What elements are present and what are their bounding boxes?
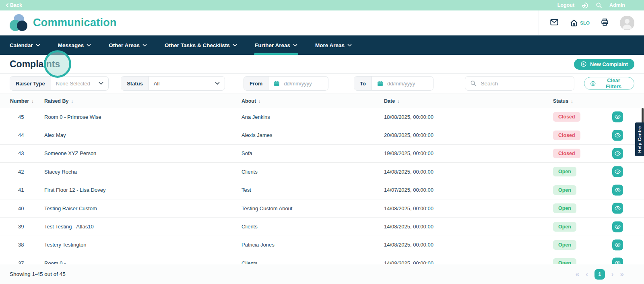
search-field[interactable] bbox=[465, 76, 574, 91]
cell-number: 42 bbox=[0, 169, 44, 175]
cell-date: 14/08/2025, 00:00:00 bbox=[384, 169, 553, 175]
apps-grid-icon[interactable] bbox=[632, 2, 638, 8]
sort-arrow-icon: ↓ bbox=[397, 99, 400, 104]
date-from-field[interactable]: From dd/mm/yyyy bbox=[244, 76, 328, 91]
logout-link[interactable]: Logout bbox=[557, 2, 574, 8]
pagination: « ‹ 1 › » bbox=[576, 269, 624, 280]
column-header-status[interactable]: Status↓ bbox=[553, 98, 644, 104]
nav-item-other-tasks-checklists[interactable]: Other Tasks & Checklists bbox=[165, 35, 237, 55]
column-header-raised-by[interactable]: Raised By↓ bbox=[44, 98, 242, 104]
nav-item-label: Messages bbox=[58, 42, 84, 48]
pagination-last-button[interactable]: » bbox=[620, 271, 624, 278]
user-avatar[interactable] bbox=[620, 16, 634, 30]
view-complaint-button[interactable] bbox=[612, 239, 623, 250]
status-select[interactable]: Status All bbox=[121, 76, 225, 91]
chevron-down-icon bbox=[233, 44, 237, 47]
status-badge: Closed bbox=[553, 149, 580, 158]
search-icon[interactable] bbox=[596, 2, 602, 8]
raiser-type-select[interactable]: Raiser Type None Selected bbox=[10, 76, 109, 91]
eye-icon bbox=[614, 114, 621, 120]
column-header-number[interactable]: Number↓ bbox=[0, 98, 44, 104]
cell-number: 40 bbox=[0, 205, 44, 211]
chevron-down-icon bbox=[99, 82, 103, 85]
view-complaint-button[interactable] bbox=[612, 203, 623, 214]
nav-item-label: Calendar bbox=[10, 42, 33, 48]
slo-label: SLO bbox=[580, 21, 590, 25]
table-row[interactable]: 40 Testing Raiser Custom Testing Custom … bbox=[0, 199, 644, 218]
nav-item-calendar[interactable]: Calendar bbox=[10, 35, 40, 55]
main-nav: Calendar Messages Other Areas Other Task… bbox=[0, 35, 644, 55]
app-logo-icon bbox=[10, 14, 28, 32]
table-row[interactable]: 43 Someone XYZ Person Sofa 19/08/2025, 0… bbox=[0, 145, 644, 163]
cell-date: 14/08/2025, 00:00:00 bbox=[384, 242, 553, 248]
table-row[interactable]: 45 Room 0 - Primrose Wise Ana Jenkins 18… bbox=[0, 108, 644, 126]
nav-item-label: Further Areas bbox=[255, 42, 290, 48]
search-input[interactable] bbox=[481, 81, 569, 87]
eye-icon bbox=[614, 150, 621, 157]
cell-about: Test bbox=[242, 187, 384, 193]
cell-date: 14/08/2025, 00:00:00 bbox=[384, 224, 553, 230]
chevron-down-icon bbox=[215, 82, 220, 85]
cell-raised-by: Testing Raiser Custom bbox=[44, 205, 242, 211]
column-header-date[interactable]: Date↓ bbox=[384, 98, 553, 104]
pagination-current-page[interactable]: 1 bbox=[594, 269, 605, 280]
view-complaint-button[interactable] bbox=[612, 130, 623, 141]
eye-icon bbox=[614, 223, 621, 230]
table-row[interactable]: 42 Stacey Rocha Clients 14/08/2025, 00:0… bbox=[0, 163, 644, 181]
results-summary: Showing 1-45 out of 45 bbox=[10, 271, 66, 277]
help-centre-tab[interactable]: Help Centre bbox=[635, 122, 644, 156]
calendar-icon bbox=[273, 80, 280, 87]
top-utility-bar: Back Logout Admin bbox=[0, 0, 644, 10]
chevron-down-icon bbox=[347, 44, 352, 47]
sort-arrow-icon: ↓ bbox=[71, 99, 73, 104]
pagination-next-button[interactable]: › bbox=[611, 271, 614, 278]
clear-filters-button[interactable]: Clear Filters bbox=[584, 77, 634, 90]
home-icon bbox=[570, 19, 578, 27]
nav-item-further-areas[interactable]: Further Areas bbox=[255, 35, 297, 55]
new-complaint-button[interactable]: New Complaint bbox=[574, 59, 634, 70]
back-button[interactable]: Back bbox=[6, 2, 22, 8]
status-label: Status bbox=[121, 77, 149, 90]
pagination-first-button[interactable]: « bbox=[576, 271, 579, 278]
column-header-about[interactable]: About↓ bbox=[242, 98, 384, 104]
nav-item-more-areas[interactable]: More Areas bbox=[315, 35, 352, 55]
eye-icon bbox=[614, 260, 621, 264]
logout-icon[interactable] bbox=[582, 2, 588, 9]
status-badge: Open bbox=[553, 240, 576, 250]
status-badge: Closed bbox=[553, 131, 580, 140]
cell-about: Alexis James bbox=[242, 132, 384, 138]
view-complaint-button[interactable] bbox=[612, 184, 623, 195]
cell-number: 38 bbox=[0, 242, 44, 248]
slo-home-link[interactable]: SLO bbox=[570, 19, 590, 27]
chevron-down-icon bbox=[142, 44, 147, 47]
table-row[interactable]: 39 Test Testing - Atlas10 Clients 14/08/… bbox=[0, 218, 644, 236]
table-row[interactable]: 38 Testery Testington Patricia Jones 14/… bbox=[0, 236, 644, 254]
cell-raised-by: Test Testing - Atlas10 bbox=[44, 224, 242, 230]
mail-icon[interactable] bbox=[549, 18, 559, 28]
page-title: Complaints bbox=[10, 59, 60, 70]
view-complaint-button[interactable] bbox=[612, 166, 623, 177]
print-icon[interactable] bbox=[600, 18, 609, 28]
date-to-label: To bbox=[354, 77, 372, 90]
cell-about: Clients bbox=[242, 260, 384, 264]
status-badge: Closed bbox=[553, 112, 580, 122]
cell-date: 14/08/2025, 00:00:00 bbox=[384, 205, 553, 211]
table-body: 45 Room 0 - Primrose Wise Ana Jenkins 18… bbox=[0, 108, 644, 264]
table-row[interactable]: 37 Room 0 - ... Clients 14/08/2025, 00:0… bbox=[0, 254, 644, 264]
nav-item-other-areas[interactable]: Other Areas bbox=[109, 35, 147, 55]
view-complaint-button[interactable] bbox=[612, 112, 623, 122]
view-complaint-button[interactable] bbox=[612, 258, 623, 264]
cell-about: Testing Custom About bbox=[242, 205, 384, 211]
nav-item-messages[interactable]: Messages bbox=[58, 35, 91, 55]
view-complaint-button[interactable] bbox=[612, 148, 623, 159]
sort-arrow-icon: ↓ bbox=[258, 99, 261, 104]
pagination-prev-button[interactable]: ‹ bbox=[586, 271, 588, 278]
table-row[interactable]: 44 Alex May Alexis James 20/08/2025, 00:… bbox=[0, 126, 644, 144]
cell-raised-by: Room 0 - ... bbox=[44, 260, 242, 264]
view-complaint-button[interactable] bbox=[612, 221, 623, 232]
date-to-field[interactable]: To dd/mm/yyyy bbox=[354, 76, 433, 91]
nav-item-label: Other Areas bbox=[109, 42, 140, 48]
table-row[interactable]: 41 First Floor 12 - Lisa Dovey Test 14/0… bbox=[0, 181, 644, 199]
app-header: Communication SLO bbox=[0, 10, 644, 35]
admin-menu[interactable]: Admin bbox=[609, 2, 625, 8]
